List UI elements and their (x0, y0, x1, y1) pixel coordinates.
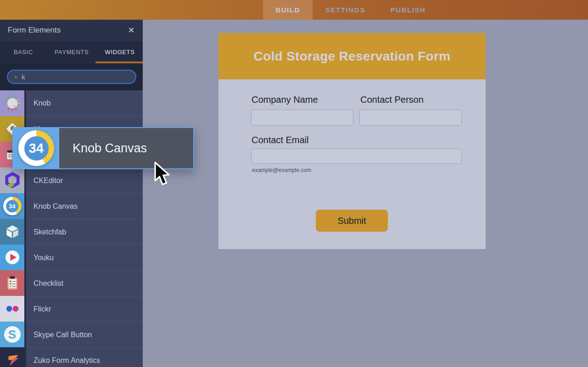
search-input[interactable] (22, 73, 130, 81)
contact-person-label: Contact Person (360, 95, 424, 105)
clipboard-icon (0, 270, 24, 296)
widget-label: Youku (34, 254, 54, 262)
knob-canvas-icon: 34 (0, 193, 24, 219)
panel-title: Form Elements (8, 26, 126, 35)
knob-icon (0, 90, 24, 116)
widget-label: Checklist (34, 279, 63, 288)
search-field[interactable]: × (7, 70, 136, 84)
form-preview-card[interactable]: Cold Storage Reservation Form Company Na… (218, 33, 486, 249)
widget-label: CKEditor (34, 177, 63, 185)
form-elements-panel: Form Elements ✕ BASIC PAYMENTS WIDGETS × (0, 20, 143, 367)
knob-canvas-badge: 34 (6, 200, 18, 212)
flickr-dots-icon (0, 296, 24, 322)
widget-label: Flickr (34, 305, 51, 313)
tab-payments[interactable]: PAYMENTS (50, 41, 93, 63)
company-name-input[interactable] (251, 110, 353, 126)
dragged-widget-label: Knob Canvas (73, 141, 147, 156)
widget-label: Sketchfab (34, 228, 66, 236)
widget-search-section: × (0, 63, 143, 90)
widget-row-flickr[interactable]: Flickr (0, 296, 143, 322)
tab-publish[interactable]: PUBLISH (378, 0, 438, 20)
contact-email-label: Contact Email (252, 135, 309, 145)
email-hint: example@example.com (252, 167, 311, 173)
cube-icon (0, 219, 24, 245)
widget-label: Skype Call Button (34, 331, 92, 339)
form-title: Cold Storage Reservation Form (254, 49, 451, 64)
tab-basic[interactable]: BASIC (8, 41, 39, 63)
widget-row-ckeditor[interactable]: CKEditor (0, 167, 143, 193)
widget-row-knob[interactable]: Knob (0, 90, 143, 116)
widget-row-youku[interactable]: Youku (0, 245, 143, 270)
company-name-label: Company Name (252, 95, 318, 105)
widget-row-sketchfab[interactable]: Sketchfab (0, 219, 143, 245)
clear-search-icon[interactable]: × (14, 73, 17, 81)
contact-person-input[interactable] (359, 110, 462, 126)
widget-label: Knob Canvas (34, 202, 78, 211)
submit-button[interactable]: Submit (316, 210, 388, 232)
skype-icon: S (0, 322, 24, 347)
widget-row-knob-canvas[interactable]: 34 Knob Canvas (0, 193, 143, 219)
app-top-bar: BUILD SETTINGS PUBLISH (0, 0, 588, 20)
widget-label: Zuko Form Analytics (34, 356, 100, 365)
active-tab-underline (95, 61, 143, 63)
mouse-cursor-icon (153, 161, 174, 190)
panel-header: Form Elements ✕ (0, 20, 143, 41)
tab-widgets[interactable]: WIDGETS (102, 41, 138, 63)
widget-label: Knob (34, 99, 50, 107)
ckeditor-icon (0, 167, 24, 193)
close-icon[interactable]: ✕ (126, 25, 136, 35)
tab-build[interactable]: BUILD (263, 0, 313, 20)
panel-tab-bar: BASIC PAYMENTS WIDGETS (0, 41, 143, 63)
play-icon (0, 245, 24, 270)
knob-canvas-icon: 34 (13, 128, 59, 168)
knob-canvas-badge: 34 (24, 136, 49, 161)
widget-row-zuko[interactable]: Zuko Form Analytics (0, 347, 143, 367)
tab-settings[interactable]: SETTINGS (313, 0, 378, 20)
contact-email-input[interactable] (251, 149, 462, 164)
widget-row-checklist[interactable]: Checklist (0, 270, 143, 296)
widget-row-skype[interactable]: S Skype Call Button (0, 322, 143, 347)
form-header[interactable]: Cold Storage Reservation Form (218, 33, 486, 79)
zuko-icon (0, 347, 24, 367)
